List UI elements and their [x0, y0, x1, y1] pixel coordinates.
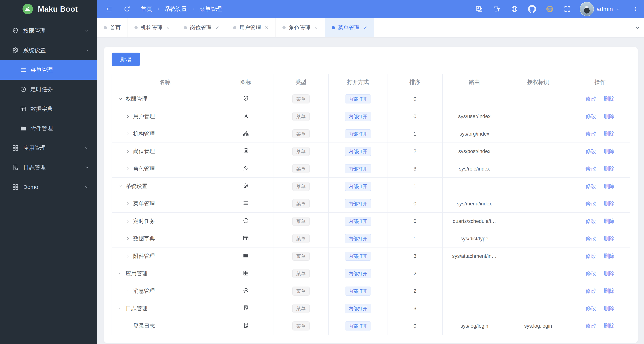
tree-expand-icon[interactable]: [117, 96, 124, 102]
top-header: 首页系统设置菜单管理 admin: [97, 0, 644, 18]
edit-link[interactable]: 修改: [586, 235, 596, 241]
sidebar-item-label: 应用管理: [23, 144, 84, 152]
close-icon[interactable]: [363, 26, 368, 30]
sort-value: 3: [414, 305, 416, 311]
avatar[interactable]: [580, 2, 594, 16]
edit-link[interactable]: 修改: [586, 183, 596, 189]
font-size-icon[interactable]: [493, 5, 501, 13]
translate-icon[interactable]: [475, 5, 483, 13]
tree-expand-icon[interactable]: [124, 148, 131, 155]
user-menu[interactable]: admin: [580, 2, 620, 16]
open-mode-tag: 内部打开: [345, 269, 371, 278]
tab-用户管理[interactable]: 用户管理: [226, 18, 276, 37]
org-icon: [243, 130, 249, 136]
close-icon[interactable]: [264, 26, 269, 30]
breadcrumb-item[interactable]: 首页: [141, 5, 152, 13]
tree-expand-icon[interactable]: [124, 165, 131, 172]
edit-link[interactable]: 修改: [586, 148, 596, 154]
tree-expand-icon[interactable]: [124, 235, 131, 242]
edit-link[interactable]: 修改: [586, 270, 596, 276]
more-options-icon[interactable]: [632, 5, 640, 13]
sidebar-item-3[interactable]: 应用管理: [0, 138, 97, 158]
edit-link[interactable]: 修改: [586, 323, 596, 329]
close-icon[interactable]: [215, 26, 220, 30]
breadcrumb-item[interactable]: 系统设置: [164, 5, 187, 13]
tree-expand-icon[interactable]: [124, 113, 131, 120]
sidebar-subitem-定时任务[interactable]: 定时任务: [0, 80, 97, 99]
edit-link[interactable]: 修改: [586, 166, 596, 172]
post-icon: [243, 148, 249, 154]
clock-icon: [20, 86, 27, 93]
table-row: 机构管理菜单内部打开1sys/org/index修改删除: [112, 125, 630, 143]
fullscreen-icon[interactable]: [563, 5, 572, 13]
type-tag: 菜单: [292, 94, 310, 103]
tab-机构管理[interactable]: 机构管理: [128, 18, 177, 37]
delete-link[interactable]: 删除: [604, 305, 614, 311]
edit-link[interactable]: 修改: [586, 201, 596, 207]
sidebar-subitem-菜单管理[interactable]: 菜单管理: [0, 60, 97, 80]
delete-link[interactable]: 删除: [604, 113, 614, 119]
tree-expand-icon[interactable]: [124, 288, 131, 294]
delete-link[interactable]: 删除: [604, 288, 614, 294]
breadcrumb-item[interactable]: 菜单管理: [199, 5, 222, 13]
delete-link[interactable]: 删除: [604, 166, 614, 172]
delete-link[interactable]: 删除: [604, 148, 614, 154]
gear-icon: [12, 47, 19, 54]
tree-expand-icon[interactable]: [124, 218, 131, 225]
type-tag: 菜单: [292, 304, 310, 313]
sidebar-item-4[interactable]: 日志管理: [0, 158, 97, 177]
menu-name: 日志管理: [126, 305, 148, 312]
shield-check-icon: [12, 27, 19, 35]
column-header-操作: 操作: [570, 74, 630, 90]
delete-link[interactable]: 删除: [604, 235, 614, 241]
tab-岗位管理[interactable]: 岗位管理: [177, 18, 226, 37]
tree-expand-icon[interactable]: [117, 270, 124, 277]
delete-link[interactable]: 删除: [604, 270, 614, 276]
tab-list-dropdown[interactable]: [631, 18, 644, 37]
tree-expand-icon[interactable]: [117, 183, 124, 190]
tab-首页[interactable]: 首页: [97, 18, 128, 37]
tab-角色管理[interactable]: 角色管理: [276, 18, 325, 37]
delete-link[interactable]: 删除: [604, 201, 614, 207]
sort-value: 1: [414, 236, 416, 241]
perm-value: sys:log:login: [524, 323, 552, 329]
edit-link[interactable]: 修改: [586, 288, 596, 294]
delete-link[interactable]: 删除: [604, 96, 614, 102]
edit-link[interactable]: 修改: [586, 131, 596, 137]
collapse-sidebar-icon[interactable]: [105, 5, 113, 13]
edit-link[interactable]: 修改: [586, 253, 596, 259]
edit-link[interactable]: 修改: [586, 218, 596, 224]
delete-link[interactable]: 删除: [604, 183, 614, 189]
sort-value: 0: [414, 96, 416, 102]
close-icon[interactable]: [166, 26, 170, 30]
add-button[interactable]: 新增: [112, 53, 140, 66]
sidebar-item-1[interactable]: 权限管理: [0, 21, 97, 41]
chevron-down-icon: [84, 28, 90, 34]
edit-link[interactable]: 修改: [586, 305, 596, 311]
sidebar-subitem-数据字典[interactable]: 数据字典: [0, 99, 97, 119]
sidebar-subitem-附件管理[interactable]: 附件管理: [0, 119, 97, 138]
delete-link[interactable]: 删除: [604, 131, 614, 137]
column-header-排序: 排序: [388, 74, 442, 90]
delete-link[interactable]: 删除: [604, 323, 614, 329]
refresh-icon[interactable]: [123, 5, 131, 13]
sidebar-item-5[interactable]: Demo: [0, 177, 97, 197]
tree-expand-icon[interactable]: [124, 200, 131, 207]
delete-link[interactable]: 删除: [604, 218, 614, 224]
github-icon[interactable]: [528, 5, 536, 13]
tree-expand-icon[interactable]: [124, 130, 131, 137]
tree-expand-icon[interactable]: [117, 305, 124, 312]
menu-name: 权限管理: [126, 95, 148, 103]
tab-菜单管理[interactable]: 菜单管理: [325, 18, 374, 37]
table-row: 菜单管理菜单内部打开0sys/menu/index修改删除: [112, 195, 630, 213]
user-name: admin: [596, 6, 613, 13]
edit-link[interactable]: 修改: [586, 113, 596, 119]
edit-link[interactable]: 修改: [586, 96, 596, 102]
gitee-icon[interactable]: [546, 5, 554, 13]
type-tag: 菜单: [292, 147, 310, 156]
delete-link[interactable]: 删除: [604, 253, 614, 259]
tree-expand-icon[interactable]: [124, 253, 131, 259]
sidebar-item-2[interactable]: 系统设置: [0, 41, 97, 60]
close-icon[interactable]: [314, 26, 318, 30]
globe-icon[interactable]: [510, 5, 518, 13]
